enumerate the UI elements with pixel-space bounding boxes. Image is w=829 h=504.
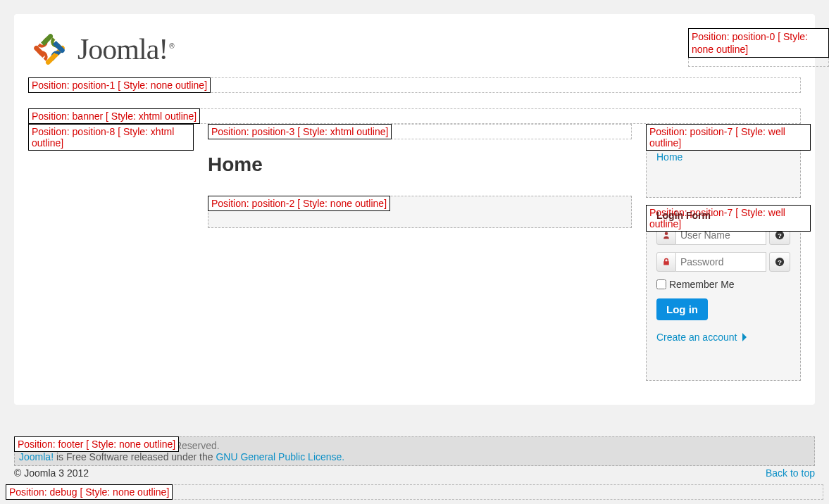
chevron-right-icon [741,333,748,341]
remember-me-checkbox[interactable] [656,279,666,289]
position-3-label: Position: position-3 [ Style: xhtml outl… [208,124,392,139]
position-2-label: Position: position-2 [ Style: none outli… [208,196,390,211]
position-3-zone: Position: position-3 [ Style: xhtml outl… [208,124,632,139]
footer-reserved-text: s Reserved. [167,440,810,451]
logo-text: Joomla!® [77,32,174,66]
footer-license-link[interactable]: GNU General Public License. [216,451,344,462]
remember-me-label[interactable]: Remember Me [656,279,790,290]
menu-home-link[interactable]: Home [656,151,682,163]
password-help-icon[interactable]: ? [769,252,790,272]
login-button[interactable]: Log in [656,298,708,320]
position-8-label: Position: position-8 [ Style: xhtml outl… [28,124,194,151]
position-7-label-a: Position: position-7 [ Style: well outli… [646,124,811,151]
back-to-top-link[interactable]: Back to top [766,467,815,479]
page-title: Home [208,153,632,176]
position-banner-label: Position: banner [ Style: xhtml outline] [28,108,200,124]
site-logo[interactable]: Joomla!® [28,28,801,70]
lock-icon [656,252,676,272]
position-footer-zone: s Reserved. Joomla! is Free Software rel… [14,436,815,466]
position-debug-zone: Position: debug [ Style: none outline] [6,484,823,500]
create-account-link[interactable]: Create an account [656,332,790,343]
login-form-title: Login Form [656,210,790,221]
position-0-label: Position: position-0 [ Style: none outli… [688,28,829,58]
position-debug-label: Position: debug [ Style: none outline] [6,484,173,500]
position-2-zone: Position: position-2 [ Style: none outli… [208,196,632,228]
position-7-main-menu-zone: Position: position-7 [ Style: well outli… [646,124,801,198]
position-1-label: Position: position-1 [ Style: none outli… [28,77,211,93]
position-7-login-zone: Position: position-7 [ Style: well outli… [646,205,801,381]
joomla-logo-icon [28,28,70,70]
position-0-zone: Position: position-0 [ Style: none outli… [688,28,829,67]
password-input[interactable] [676,252,766,272]
copyright-text: © Joomla 3 2012 [14,467,89,479]
footer-free-text: is Free Software released under the [54,451,216,462]
position-footer-label: Position: footer [ Style: none outline] [14,436,179,452]
svg-text:?: ? [778,258,782,266]
svg-text:?: ? [778,232,782,239]
position-1-zone: Position: position-1 [ Style: none outli… [28,77,801,93]
position-8-zone: Position: position-8 [ Style: xhtml outl… [28,124,194,381]
position-banner-zone: Position: banner [ Style: xhtml outline] [28,108,801,124]
footer-joomla-link[interactable]: Joomla! [19,451,54,462]
